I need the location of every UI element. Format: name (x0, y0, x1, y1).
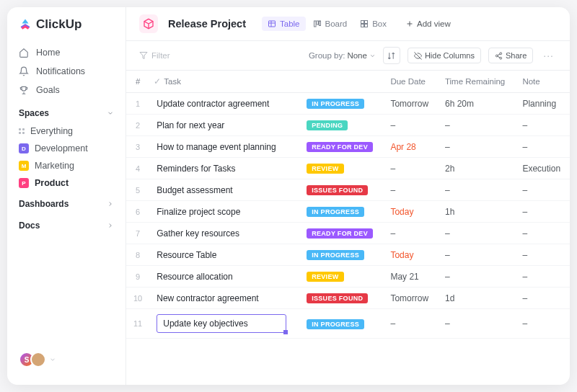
task-cell[interactable]: Update contractor agreement (149, 93, 299, 115)
avatar (30, 352, 46, 368)
sort-button[interactable] (383, 47, 400, 64)
note-cell[interactable]: Execution (515, 158, 570, 179)
note-cell[interactable]: Planning (515, 93, 570, 115)
note-cell[interactable]: – (515, 244, 570, 266)
nav-home[interactable]: Home (7, 43, 125, 62)
view-tab-box[interactable]: Box (354, 17, 392, 31)
due-cell[interactable]: – (383, 223, 438, 244)
time-cell[interactable]: – (438, 136, 515, 158)
note-cell[interactable]: – (515, 223, 570, 244)
table-row[interactable]: 5 Budget assessment ISSUES FOUND – – – (126, 179, 570, 201)
time-cell[interactable]: 1d (438, 288, 515, 309)
time-cell[interactable]: – (438, 244, 515, 266)
space-everything[interactable]: Everything (7, 122, 125, 140)
due-cell[interactable]: – (383, 179, 438, 201)
due-cell[interactable]: May 21 (383, 266, 438, 288)
nav-notifications[interactable]: Notifications (7, 62, 125, 81)
due-cell[interactable]: – (383, 158, 438, 179)
nav-goals[interactable]: Goals (7, 81, 125, 99)
space-item[interactable]: PProduct (7, 174, 125, 192)
status-cell[interactable]: IN PROGRESS (299, 244, 383, 266)
time-cell[interactable]: 2h (438, 158, 515, 179)
time-cell[interactable]: – (438, 223, 515, 244)
due-cell[interactable]: – (383, 309, 438, 339)
note-cell[interactable]: – (515, 179, 570, 201)
due-cell[interactable]: – (383, 115, 438, 136)
group-by[interactable]: Group by: None (309, 51, 376, 60)
space-item[interactable]: DDevelopment (7, 140, 125, 157)
avatar-stack[interactable]: S (19, 352, 46, 368)
table-row[interactable]: 1 Update contractor agreement IN PROGRES… (126, 93, 570, 115)
dashboards-header[interactable]: Dashboards (7, 192, 125, 213)
col-time[interactable]: Time Remaining (438, 71, 515, 93)
table-row[interactable]: 10 New contractor agreement ISSUES FOUND… (126, 288, 570, 309)
space-item[interactable]: MMarketing (7, 157, 125, 174)
note-cell[interactable]: – (515, 115, 570, 136)
task-input[interactable]: Update key objectives (157, 314, 286, 333)
task-cell[interactable]: Gather key resources (149, 223, 299, 244)
col-due[interactable]: Due Date (383, 71, 438, 93)
status-cell[interactable]: REVIEW (299, 266, 383, 288)
time-cell[interactable]: 6h 20m (438, 93, 515, 115)
task-cell[interactable]: Reminders for Tasks (149, 158, 299, 179)
time-cell[interactable]: – (438, 309, 515, 339)
col-task[interactable]: ✓Task (149, 71, 299, 93)
status-cell[interactable]: REVIEW (299, 158, 383, 179)
svg-rect-4 (361, 21, 364, 24)
status-cell[interactable]: ISSUES FOUND (299, 179, 383, 201)
task-cell[interactable]: Plan for next year (149, 115, 299, 136)
time-cell[interactable]: 1h (438, 201, 515, 223)
docs-header[interactable]: Docs (7, 213, 125, 235)
status-cell[interactable]: IN PROGRESS (299, 201, 383, 223)
due-cell[interactable]: Today (383, 244, 438, 266)
note-cell[interactable]: – (515, 136, 570, 158)
due-cell[interactable]: Today (383, 201, 438, 223)
status-cell[interactable]: READY FOR DEV (299, 223, 383, 244)
spaces-header[interactable]: Spaces (7, 101, 125, 122)
table-row[interactable]: 11 Update key objectives IN PROGRESS – –… (126, 309, 570, 339)
time-cell[interactable]: – (438, 179, 515, 201)
task-cell[interactable]: Budget assessment (149, 179, 299, 201)
trophy-icon (19, 85, 29, 95)
due-cell[interactable]: Apr 28 (383, 136, 438, 158)
add-view-button[interactable]: Add view (405, 19, 451, 28)
table-row[interactable]: 4 Reminders for Tasks REVIEW – 2h Execut… (126, 158, 570, 179)
task-cell[interactable]: Update key objectives (149, 309, 299, 339)
col-num[interactable]: # (126, 71, 149, 93)
view-tab-table[interactable]: Table (262, 17, 306, 31)
task-cell[interactable]: How to manage event planning (149, 136, 299, 158)
table-row[interactable]: 2 Plan for next year PENDING – – – (126, 115, 570, 136)
task-cell[interactable]: Resource allocation (149, 266, 299, 288)
status-cell[interactable]: ISSUES FOUND (299, 288, 383, 309)
table-row[interactable]: 9 Resource allocation REVIEW May 21 – – (126, 266, 570, 288)
task-cell[interactable]: New contractor agreement (149, 288, 299, 309)
filter-button[interactable]: Filter (139, 51, 170, 60)
time-cell[interactable]: – (438, 266, 515, 288)
view-tab-board[interactable]: Board (307, 17, 353, 31)
note-cell[interactable]: – (515, 309, 570, 339)
share-button[interactable]: Share (488, 48, 533, 63)
chevron-down-icon[interactable] (49, 356, 56, 363)
col-status[interactable] (299, 71, 383, 93)
note-cell[interactable]: – (515, 288, 570, 309)
table-row[interactable]: 7 Gather key resources READY FOR DEV – –… (126, 223, 570, 244)
note-cell[interactable]: – (515, 201, 570, 223)
grid-icon (19, 128, 25, 134)
brand-logo[interactable]: ClickUp (7, 17, 125, 42)
table-row[interactable]: 8 Resource Table IN PROGRESS Today – – (126, 244, 570, 266)
table-row[interactable]: 6 Finalize project scope IN PROGRESS Tod… (126, 201, 570, 223)
status-cell[interactable]: READY FOR DEV (299, 136, 383, 158)
due-cell[interactable]: Tomorrow (383, 93, 438, 115)
status-cell[interactable]: IN PROGRESS (299, 309, 383, 339)
note-cell[interactable]: – (515, 266, 570, 288)
status-cell[interactable]: PENDING (299, 115, 383, 136)
time-cell[interactable]: – (438, 115, 515, 136)
more-button[interactable]: ··· (540, 50, 557, 61)
table-row[interactable]: 3 How to manage event planning READY FOR… (126, 136, 570, 158)
task-cell[interactable]: Finalize project scope (149, 201, 299, 223)
status-cell[interactable]: IN PROGRESS (299, 93, 383, 115)
hide-columns-button[interactable]: Hide Columns (408, 48, 481, 63)
col-note[interactable]: Note (515, 71, 570, 93)
task-cell[interactable]: Resource Table (149, 244, 299, 266)
due-cell[interactable]: Tomorrow (383, 288, 438, 309)
